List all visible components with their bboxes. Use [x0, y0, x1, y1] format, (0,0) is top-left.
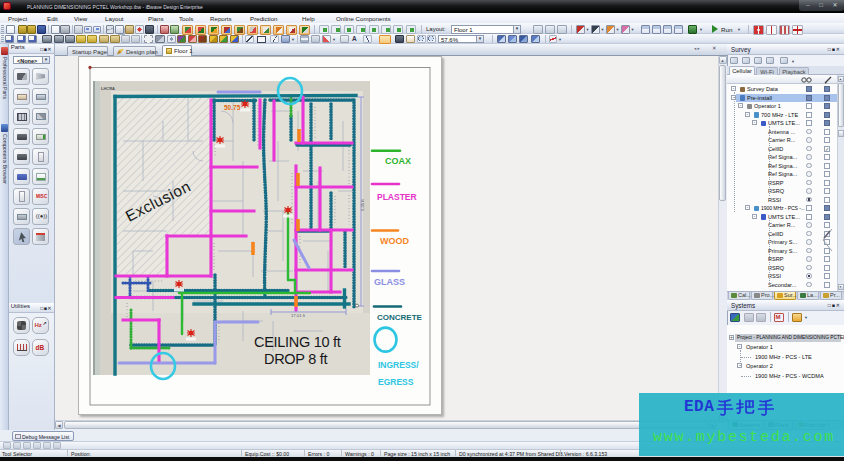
svg-text:DROP 8 ft: DROP 8 ft: [264, 351, 327, 367]
svg-text:WOOD: WOOD: [380, 236, 409, 246]
svg-text:LHCRA: LHCRA: [101, 86, 115, 91]
svg-text:50.75: 50.75: [224, 104, 241, 111]
svg-text:PLASTER: PLASTER: [377, 192, 417, 202]
svg-text:GLASS: GLASS: [374, 277, 405, 287]
svg-text:COAX: COAX: [385, 156, 411, 166]
svg-text:CEILING 10 ft: CEILING 10 ft: [254, 334, 341, 350]
svg-text:EGRESS: EGRESS: [378, 377, 414, 387]
svg-text:INGRESS/: INGRESS/: [378, 360, 419, 370]
svg-text:17.01 ft: 17.01 ft: [291, 313, 306, 318]
svg-text:9.05 ft: 9.05 ft: [360, 199, 365, 211]
svg-text:CONCRETE: CONCRETE: [377, 313, 423, 322]
